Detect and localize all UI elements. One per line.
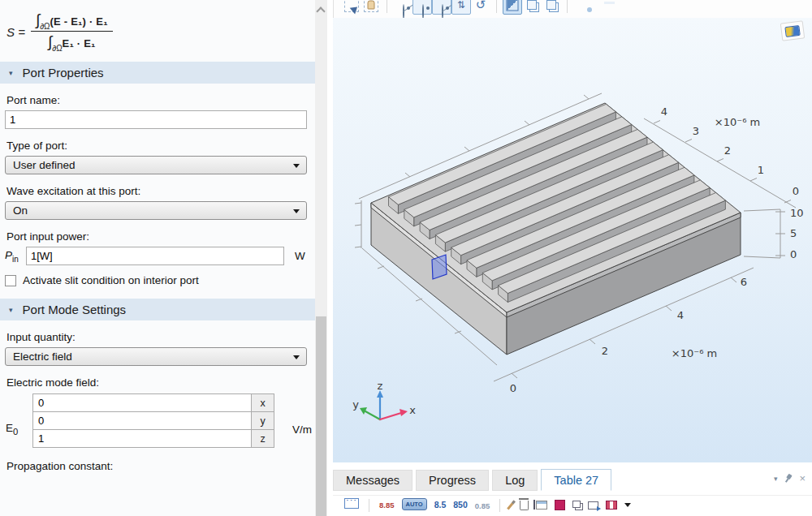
tab-progress[interactable]: Progress [416,470,489,491]
axis-cell: y [252,411,274,430]
export-table-icon[interactable] [588,501,598,510]
view-visibility-button[interactable] [412,0,432,15]
dropdown-arrow-icon [293,164,300,171]
transparency-button[interactable] [522,0,542,15]
axis-cell: z [252,429,274,448]
settings-scrollbar[interactable] [315,0,327,516]
triad-z-label: z [378,380,383,392]
scrollbar-thumb[interactable] [316,316,326,516]
power-unit-label: W [295,250,305,262]
select-box-button[interactable] [342,0,361,15]
plot-thumbnail-icon [784,24,800,37]
field-x-input[interactable] [32,393,252,412]
field-y-input[interactable] [32,411,252,430]
hide-selected-button[interactable] [393,0,412,15]
colored-table-icon[interactable] [606,501,617,510]
wave-excitation-label: Wave excitation at this port: [6,185,309,197]
color-cell-icon[interactable] [555,500,565,510]
eye-slash-icon [403,4,404,18]
port-name-input[interactable] [5,110,307,129]
tab-table-27[interactable]: Table 27 [541,469,611,491]
type-of-port-dropdown[interactable]: User defined [5,156,307,174]
clear-table-icon[interactable] [507,501,516,510]
dropdown-arrow-icon [293,209,300,217]
slit-condition-checkbox[interactable] [5,275,16,286]
panel-window-controls: ▾ × [774,474,806,483]
y-tick-3: 3 [693,125,699,137]
triad-x-label: x [409,404,416,416]
information-panel: Messages Progress Log Table 27 ▾ × 8.85 … [328,462,812,516]
z-tick-10: 10 [790,207,804,219]
scientific-notation-button[interactable]: 8.5 [434,500,447,510]
input-quantity-value: Electric field [13,350,72,363]
section-port-properties[interactable]: ▾ Port Properties [0,62,315,84]
wave-excitation-value: On [13,204,28,217]
y-tick-4: 4 [661,105,667,118]
close-icon[interactable]: × [799,475,806,483]
graphics-toolbar: ⇅ ↺ [333,0,812,18]
copy-table-icon[interactable] [572,501,581,508]
snapshot-button[interactable] [573,0,593,15]
table-icon[interactable] [344,498,359,509]
dropdown-arrow-icon[interactable] [624,503,631,510]
scene-light-button[interactable] [503,0,522,15]
axis-cell: x [252,393,274,412]
toolbar-separator [499,499,500,512]
delete-table-icon[interactable] [520,501,529,510]
type-of-port-value: User defined [13,159,76,171]
propagation-constant-label: Propagation constant: [6,460,309,472]
section-port-mode-settings[interactable]: ▾ Port Mode Settings [0,299,315,320]
field-unit-label: V/m [292,424,312,436]
dropdown-arrow-icon [293,355,300,363]
wireframe-button[interactable] [542,0,561,15]
equation-lhs: S = [6,25,25,39]
up-down-arrows-icon: ⇅ [457,0,465,11]
slit-condition-row: Activate slit condition on interior port [5,274,315,286]
engineering-notation-button[interactable]: 850 [453,500,468,510]
port-input-power-row: Pin W [5,247,315,265]
denominator-expression: E₁ · E₁ [63,37,96,49]
decimal-notation-button[interactable]: 0.85 [475,501,490,510]
power-symbol: Pin [5,249,26,264]
toolbar-separator [496,0,497,13]
plot-thumbnail-button[interactable] [780,20,805,41]
tab-log[interactable]: Log [492,470,538,491]
collapse-triangle-icon: ▾ [9,306,13,314]
z-tick-5: 5 [790,227,797,239]
port-input-power-input[interactable] [26,247,284,265]
update-table-icon[interactable] [536,501,547,510]
x-tick-4: 4 [677,309,684,321]
section-title: Port Mode Settings [23,303,127,316]
vector-row-y: y [32,411,274,430]
pin-icon[interactable] [783,472,794,484]
graphics-canvas[interactable]: 0 2 4 6 ×10⁻⁶ m 4 3 2 1 0 ×10⁻⁶ m 10 5 0… [333,18,812,462]
pan-button[interactable] [361,0,381,15]
view-hiding-button[interactable] [432,0,451,15]
input-quantity-dropdown[interactable]: Electric field [5,347,307,366]
panel-menu-arrow-icon[interactable]: ▾ [774,475,778,483]
electric-mode-field-table: E0 x y z V/m [32,393,274,448]
auto-notation-button[interactable]: AUTO [402,498,427,510]
print-button[interactable] [593,0,612,15]
port-equation: S = ∫∂Ω(E - E₁) · E₁ ∫∂ΩE₁ · E₁ [0,0,315,57]
triad-y-label: y [352,398,359,411]
y-tick-0: 0 [793,185,799,197]
wave-excitation-dropdown[interactable]: On [5,201,307,220]
z-tick-0: 0 [790,248,797,260]
reset-hiding-button[interactable]: ↺ [471,0,490,15]
tab-messages[interactable]: Messages [333,470,412,491]
full-precision-button[interactable]: 8.85 [379,501,395,510]
x-tick-0: 0 [510,382,516,394]
input-quantity-label: Input quantity: [6,331,309,343]
vector-row-x: x [32,393,274,412]
section-title: Port Properties [23,66,104,80]
slit-condition-label: Activate slit condition on interior port [23,274,199,286]
scroll-up-icon[interactable] [317,6,324,13]
hand-icon [368,1,375,10]
collapse-triangle-icon: ▾ [9,69,13,77]
view-unhide-button[interactable]: ⇅ [451,0,471,15]
toolbar-separator [387,0,387,13]
electric-mode-field-label: Electric mode field: [6,376,309,389]
selected-port-face[interactable] [432,255,447,279]
field-z-input[interactable] [32,429,252,448]
